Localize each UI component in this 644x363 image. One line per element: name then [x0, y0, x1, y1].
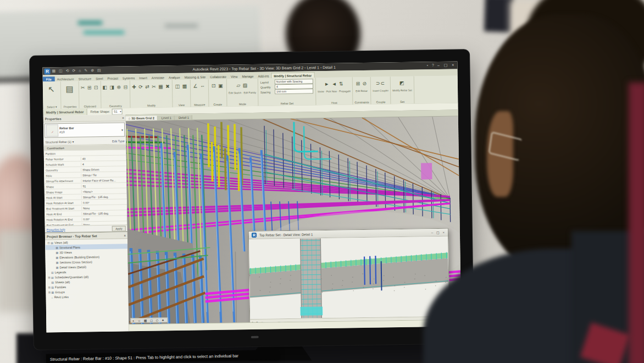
ribbon-group-buttons[interactable]: Insert Coupler — [373, 89, 388, 93]
ribbon-group[interactable]: ◫ ▦ View — [173, 80, 191, 107]
ribbon-group[interactable]: ◧ ◨ ⊕ ⊟ Geometry — [101, 80, 130, 108]
properties-grid: Construction Partition Rebar Number 43 S… — [43, 144, 127, 226]
tree-node-icon: ▥ — [51, 271, 54, 274]
property-value[interactable] — [81, 152, 126, 153]
ribbon-group-buttons[interactable]: Show · Pick New · Propagate — [318, 90, 351, 94]
ribbon-group[interactable]: ⊡ ▣ Create — [209, 79, 227, 107]
ribbon-group-icons[interactable]: ✂ ⊞ ⊡ — [81, 81, 99, 94]
view-tab-label: Detail 1 — [179, 116, 189, 119]
type-selector[interactable]: ◞ Rebar Bar #10 ▾ — [45, 122, 125, 138]
detail-view-window[interactable]: R Top Rebar Set - Detail View: Detail 1 … — [248, 228, 450, 324]
ribbon-group-icons[interactable]: ⊡ ▣ — [212, 80, 224, 92]
ribbon-group[interactable]: ∠ ⇔ Measure — [191, 79, 209, 107]
browser-tree-item[interactable]: ⌂ Revit Links — [46, 293, 129, 299]
tree-node-label: Schedules/Quantities (all) — [55, 275, 89, 279]
ribbon-tab[interactable]: File — [43, 76, 55, 81]
tree-node-label: Sheets (all) — [55, 280, 70, 283]
ribbon-group-buttons[interactable]: Edit Rebar — [356, 90, 368, 94]
ribbon-group[interactable]: ► ◄ ⇅ Show · Pick New · Propagate Host — [316, 77, 353, 105]
beam-column-detail-drawing[interactable] — [249, 237, 449, 319]
property-value[interactable]: <None> — [81, 189, 127, 193]
revit-logo-icon[interactable]: R — [44, 68, 50, 74]
property-value[interactable]: Stirrup/Tie - 135 deg. — [81, 195, 127, 199]
property-label: Construction — [46, 146, 82, 150]
property-value[interactable]: 0.00° — [81, 200, 127, 204]
view-tab[interactable]: ⌂ 3D Beam Grid 2 — [126, 116, 158, 121]
ribbon-tab[interactable]: Insert — [137, 75, 149, 80]
window-controls[interactable]: – ▢ × — [431, 230, 446, 234]
ribbon-group-icons[interactable]: ✚ ⟳ ⇄ ✂ ▦ ✖ — [132, 80, 170, 93]
tree-node-label: Detail Views (Detail) — [59, 265, 86, 269]
rebar-shape-label: Rebar Shape: — [91, 110, 110, 114]
ribbon-group-icons[interactable]: ▤ — [65, 82, 74, 96]
property-label: Schedule Mark — [44, 162, 81, 166]
ribbon-group[interactable]: ⊞ ⊘ Edit Rebar Constraints — [353, 77, 371, 105]
ribbon-tab[interactable]: Annotate — [149, 75, 166, 80]
property-value[interactable] — [82, 147, 126, 147]
tree-node-label: Views (all) — [54, 240, 68, 244]
properties-help-link[interactable]: Properties help — [47, 228, 65, 231]
ribbon-group-icons[interactable]: ⊞ ⊘ — [356, 78, 368, 90]
chevron-down-icon[interactable]: ▾ — [121, 128, 123, 131]
rebar-shape-select[interactable]: 51 — [112, 108, 123, 114]
property-value[interactable]: None — [81, 206, 127, 210]
ribbon-group-icons[interactable]: ◧ ◨ ⊕ ⊟ — [102, 81, 128, 94]
tree-node-icon: ▨ — [51, 285, 54, 289]
close-icon[interactable]: × — [122, 116, 124, 119]
property-label: Partition — [44, 151, 81, 155]
property-value[interactable]: Stirrup/Tie - 135 deg. — [81, 211, 127, 215]
property-value[interactable]: 0.00° — [81, 217, 127, 221]
ribbon-group-buttons[interactable]: Modify Rebar Set — [392, 89, 412, 94]
property-value[interactable]: 43 — [81, 156, 126, 160]
ribbon-group[interactable]: ◩ Modify Rebar Set Set — [391, 76, 414, 105]
view-tab[interactable]: Level 1 — [158, 116, 175, 120]
property-value[interactable]: Stirrup / Tie — [81, 173, 126, 177]
apply-button[interactable]: Apply — [112, 226, 126, 231]
close-icon[interactable]: × — [124, 234, 126, 237]
property-value[interactable]: 51 — [81, 184, 127, 188]
spacing-input[interactable]: 160 mm — [275, 89, 313, 94]
rebar-set-panel: Layout Number with Spacing Quantity 4 Sp… — [258, 78, 317, 106]
layout-label: Layout — [260, 80, 275, 84]
ribbon-tab[interactable]: Structure — [76, 76, 94, 81]
chevron-down-icon[interactable]: ▾ — [73, 140, 74, 143]
property-label: Hook At End — [45, 212, 81, 216]
tree-node-label: Legends — [55, 271, 66, 274]
tree-node-icon: ⌂ — [52, 295, 53, 299]
detail-view-canvas[interactable] — [249, 237, 449, 319]
ribbon-tab[interactable]: Systems — [120, 75, 137, 80]
ribbon-group[interactable]: ✚ ⟳ ⇄ ✂ ▦ ✖ Modify — [130, 80, 173, 108]
ribbon-tab[interactable]: Manage — [240, 74, 256, 79]
ribbon-group-icons[interactable]: ◫ ▦ — [175, 80, 187, 92]
photo-scene: R ▦ ◫ ⟲ ⟳ ⌂ ✎ ⊕ ▤ Autodesk Revit 2023 - … — [0, 0, 644, 363]
ribbon-group[interactable]: ⊃⊂ Insert Coupler Couple — [371, 76, 391, 105]
ribbon-group[interactable]: ▱ ▨ Edit Sketch · Edit Family Mode — [227, 79, 259, 107]
ribbon-group-icons[interactable]: ◩ — [399, 77, 405, 89]
infocenter-icons[interactable]: ⋆ ? — [426, 63, 435, 68]
tree-node-icon: ▤ — [51, 241, 53, 244]
3d-view-canvas[interactable]: ◐ ☼ ▦ ◻ ◇ ✦ R Top Rebar Set - Detail Vie… — [126, 116, 461, 324]
ribbon-tab[interactable]: Analyze — [166, 75, 182, 80]
quick-access-toolbar[interactable]: ▦ ◫ ⟲ ⟳ ⌂ ✎ ⊕ ▤ — [52, 68, 102, 73]
ribbon-tab[interactable]: Steel — [93, 76, 105, 81]
ribbon-tab[interactable]: View — [229, 74, 240, 79]
property-value[interactable]: Interior Face of Cover Re... — [81, 178, 126, 182]
view-tab[interactable]: Detail 1 — [175, 116, 192, 120]
ribbon-group[interactable]: ▤ Properties — [61, 81, 80, 109]
edit-type-button[interactable]: Edit Type — [112, 139, 124, 142]
ribbon-group-icons[interactable]: ↖ — [48, 82, 55, 96]
ribbon-group-icons[interactable]: ▱ ▨ — [236, 79, 248, 91]
view-control-bar[interactable]: ◐ ☼ ▦ ◻ ◇ ✦ — [130, 317, 168, 323]
properties-palette: Properties × ◞ Rebar Bar #10 ▾ Structura… — [43, 114, 127, 233]
window-controls[interactable]: – ▢ × — [437, 63, 456, 67]
ribbon-group-icons[interactable]: ⊃⊂ — [376, 77, 385, 89]
property-value[interactable]: Shape Driven — [81, 167, 126, 171]
ribbon-group-buttons[interactable]: Edit Sketch · Edit Family — [229, 91, 256, 96]
ribbon-tab[interactable]: Precast — [105, 76, 120, 81]
ribbon-group[interactable]: ↖ Select ▾ — [43, 81, 62, 109]
property-value[interactable]: 4 — [81, 162, 126, 166]
ribbon-group-icons[interactable]: ∠ ⇔ — [193, 80, 206, 92]
ribbon-tab[interactable]: Add-Ins — [256, 73, 271, 78]
ribbon-group[interactable]: ✂ ⊞ ⊡ Clipboard — [79, 81, 101, 109]
ribbon-group-icons[interactable]: ► ◄ ⇅ — [324, 78, 344, 90]
